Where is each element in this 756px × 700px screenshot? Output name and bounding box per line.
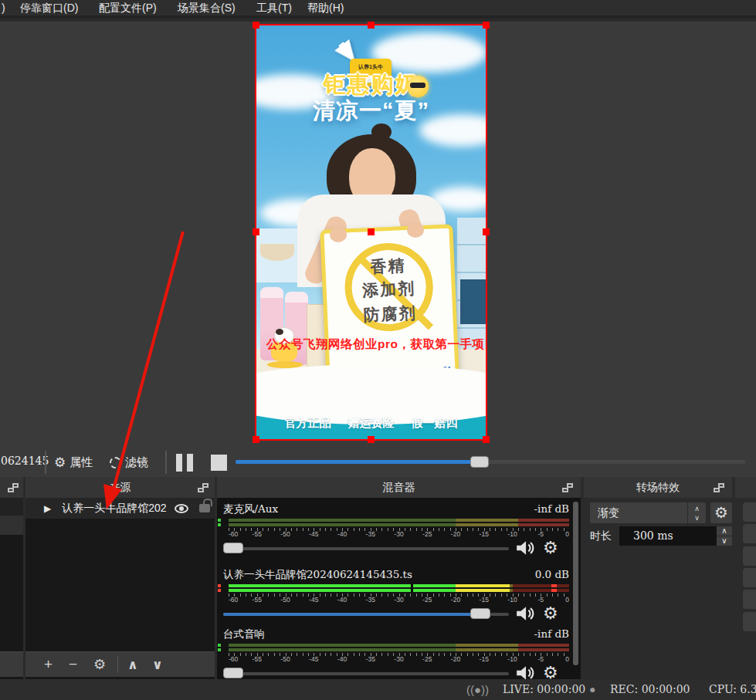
menu-item-scene-collection[interactable]: 场景集合(S) — [178, 2, 236, 15]
menu-bar: ) 停靠窗口(D) 配置文件(P) 场景集合(S) 工具(T) 帮助(H) — [0, 0, 756, 19]
duration-label: 时长 — [590, 529, 612, 543]
tick-label: 0 — [565, 655, 569, 663]
popout-icon[interactable] — [714, 483, 724, 492]
menu-item-truncated[interactable]: ) — [2, 2, 5, 14]
tick-label: -20 — [451, 655, 460, 663]
tick-label: -50 — [280, 655, 290, 663]
speaker-icon[interactable] — [515, 538, 535, 558]
control-button-stub[interactable] — [743, 590, 756, 609]
media-seek-bar[interactable] — [236, 460, 745, 464]
tick-label: -5 — [537, 530, 544, 538]
tick-label: -60 — [229, 530, 238, 538]
media-stop-button[interactable] — [211, 455, 227, 471]
source-properties-button[interactable]: ⚙ — [93, 656, 106, 673]
spin-down-button[interactable]: ∨ — [717, 536, 732, 546]
scene-row-selected[interactable] — [0, 516, 23, 535]
filters-button[interactable]: 滤镜 — [110, 451, 148, 473]
resize-handle-bl[interactable] — [253, 436, 259, 443]
seek-handle[interactable] — [470, 456, 489, 468]
popout-icon[interactable] — [562, 483, 573, 492]
lock-icon[interactable] — [199, 504, 210, 512]
channel-db-value: 0.0 dB — [535, 568, 569, 580]
resize-handle-br[interactable] — [483, 436, 490, 443]
selection-frame[interactable] — [255, 24, 487, 441]
control-button-stub[interactable] — [743, 502, 756, 522]
volume-slider[interactable] — [223, 543, 509, 554]
sources-dock-title: 来源 — [110, 481, 131, 493]
volume-slider-handle[interactable] — [223, 543, 243, 553]
volume-meter — [229, 519, 569, 527]
spin-up-button[interactable]: ∧ — [717, 526, 732, 536]
menu-item-profile[interactable]: 配置文件(P) — [99, 2, 157, 15]
media-pause-button[interactable] — [176, 454, 196, 472]
control-button-stub[interactable] — [743, 568, 756, 587]
tick-label: -10 — [507, 530, 517, 538]
control-button-stub[interactable] — [743, 612, 756, 631]
playing-icon: ▶ — [44, 503, 51, 514]
tick-label: -15 — [480, 596, 489, 604]
remove-source-button[interactable]: − — [69, 656, 77, 673]
meter-tick-scale: -60-55-50-45-40-35-30-25-20-15-10-50 — [229, 653, 569, 656]
resize-handle-tl[interactable] — [253, 22, 259, 29]
combo-arrows-icon[interactable]: ∧∨ — [687, 502, 706, 523]
transition-gear-button[interactable]: ⚙ — [710, 502, 732, 523]
speaker-icon[interactable] — [515, 604, 535, 624]
volume-slider[interactable] — [223, 608, 509, 620]
channel-indicator — [218, 519, 221, 527]
scene-row[interactable] — [0, 498, 23, 516]
tick-label: -30 — [394, 530, 403, 538]
move-source-up-button[interactable]: ∧ — [127, 656, 138, 673]
volume-slider-handle[interactable] — [470, 608, 490, 619]
scenes-dock — [0, 477, 23, 679]
tick-label: -35 — [366, 596, 375, 604]
visibility-eye-icon[interactable] — [175, 504, 188, 513]
volume-slider-handle[interactable] — [223, 668, 243, 678]
rec-dot-icon: ● — [589, 683, 595, 695]
resize-handle-tr[interactable] — [483, 22, 490, 29]
menu-item-dock[interactable]: 停靠窗口(D) — [20, 2, 78, 15]
resize-handle-tc[interactable] — [368, 22, 375, 29]
preview-canvas[interactable]: 认养1头牛 钜惠购奶 清凉一“夏” — [0, 22, 756, 448]
tick-label: -45 — [309, 596, 318, 604]
transitions-dock: 转场特效 渐变 ∧∨ ⚙ 时长 300 ms ∧ ∨ — [584, 477, 732, 679]
duration-input[interactable]: 300 ms — [619, 526, 717, 546]
obs-window: ) 停靠窗口(D) 配置文件(P) 场景集合(S) 工具(T) 帮助(H) 认养… — [0, 0, 756, 700]
sources-dock: 来源 ▶ 认养一头牛品牌馆202 + − ⚙ ∧ ∨ — [25, 477, 215, 679]
tick-label: -45 — [309, 655, 318, 663]
volume-slider[interactable] — [223, 668, 509, 679]
add-source-button[interactable]: + — [44, 656, 53, 673]
tick-label: -50 — [280, 596, 290, 604]
menu-item-tools[interactable]: 工具(T) — [256, 2, 292, 15]
properties-button[interactable]: ⚙ 属性 — [54, 451, 93, 473]
toolbar-separator — [45, 451, 46, 474]
transition-select[interactable]: 渐变 ∧∨ — [590, 502, 706, 523]
source-toolbar: 0624145 ⚙ 属性 滤镜 — [0, 448, 756, 477]
duration-spinner: ∧ ∨ — [717, 526, 732, 546]
source-item-label: 认养一头牛品牌馆202 — [62, 502, 166, 516]
mixer-dock: 混音器 麦克风/Aux -inf dB -60-55-50-45-40-35-3… — [217, 477, 581, 679]
properties-label: 属性 — [69, 455, 93, 470]
popout-icon[interactable] — [198, 483, 208, 492]
resize-handle-mr[interactable] — [483, 228, 490, 235]
move-source-down-button[interactable]: ∨ — [152, 656, 163, 673]
channel-db-value: -inf dB — [534, 627, 569, 640]
center-handle[interactable] — [368, 228, 375, 235]
tick-label: -55 — [253, 596, 262, 604]
source-list-item[interactable]: ▶ 认养一头牛品牌馆202 — [25, 498, 215, 519]
popout-icon[interactable] — [8, 483, 19, 492]
channel-gear-icon[interactable]: ⚙ — [543, 604, 558, 624]
menu-item-help[interactable]: 帮助(H) — [307, 2, 344, 15]
channel-gear-icon[interactable]: ⚙ — [543, 538, 558, 558]
toolbar-separator — [165, 451, 167, 474]
channel-db-value: -inf dB — [534, 502, 569, 515]
scenes-dock-header — [0, 477, 23, 498]
resize-handle-bc[interactable] — [368, 436, 375, 443]
tick-label: -60 — [229, 596, 238, 604]
control-button-stub[interactable] — [743, 524, 756, 543]
resize-handle-ml[interactable] — [253, 228, 259, 235]
tick-label: -40 — [337, 655, 347, 663]
volume-meter — [229, 644, 569, 652]
mixer-scrollbar[interactable] — [573, 502, 578, 665]
control-button-stub[interactable] — [743, 546, 756, 566]
volume-meter — [229, 584, 569, 593]
